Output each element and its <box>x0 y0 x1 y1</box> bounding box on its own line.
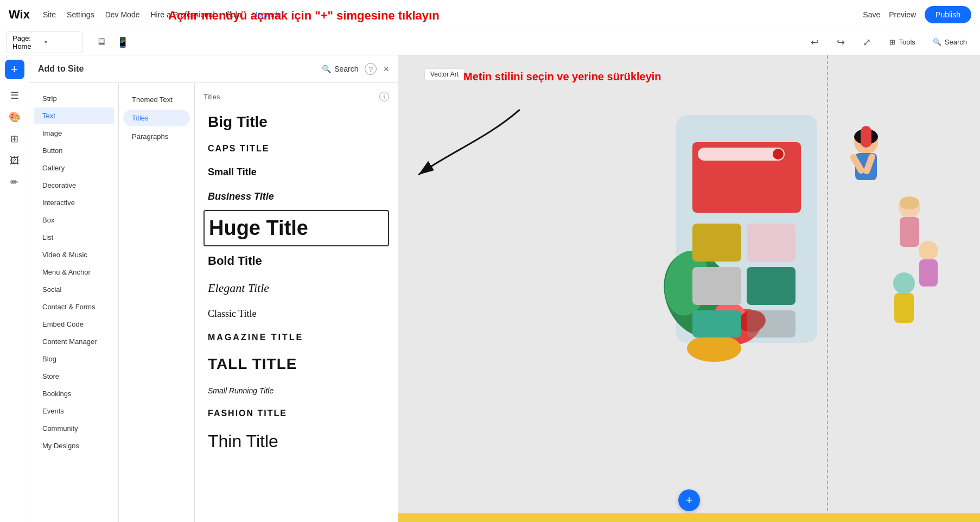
sub-nav-themed[interactable]: Themed Text <box>123 91 190 108</box>
tools-label: Tools <box>899 38 915 46</box>
tall-title-item[interactable]: TALL TITLE <box>203 350 389 378</box>
nav-item-blog[interactable]: Blog <box>34 351 114 367</box>
big-title-item[interactable]: Big Title <box>203 108 389 136</box>
add-panel-actions: 🔍 Search ? × <box>322 63 389 75</box>
nav-item-interactive[interactable]: Interactive <box>34 194 114 211</box>
svg-rect-12 <box>747 224 796 262</box>
sidebar-draw-icon[interactable]: ✏ <box>5 173 24 192</box>
nav-upgrade[interactable]: Upgrade <box>252 8 282 21</box>
nav-item-contact[interactable]: Contact & Forms <box>34 298 114 315</box>
tools-button[interactable]: ⊞ Tools <box>883 35 921 49</box>
nav-item-list[interactable]: List <box>34 229 114 246</box>
svg-rect-14 <box>747 267 796 305</box>
small-title-text: Small Title <box>208 167 257 177</box>
huge-title-item[interactable]: Huge Title <box>203 210 389 246</box>
business-title-item[interactable]: Business Title <box>203 186 389 208</box>
undo-icon: ↩ <box>811 36 819 48</box>
sidebar-apps-icon[interactable]: ⊞ <box>5 129 24 149</box>
svg-point-27 <box>919 241 938 260</box>
nav-item-text[interactable]: Text <box>34 107 114 124</box>
sub-nav-paragraphs[interactable]: Paragraphs <box>123 128 190 145</box>
redo-icon: ↪ <box>837 36 845 48</box>
canvas-illustration <box>633 99 947 397</box>
thin-title-item[interactable]: Thin Title <box>203 426 389 457</box>
pages-icon: ☰ <box>10 90 19 101</box>
nav-item-bookings[interactable]: Bookings <box>34 385 114 402</box>
sidebar-media-icon[interactable]: 🖼 <box>5 151 24 170</box>
tools-icon: ⊞ <box>889 38 895 46</box>
media-icon: 🖼 <box>10 155 20 167</box>
panel-close-button[interactable]: × <box>383 63 389 75</box>
canvas-plus-button[interactable]: + <box>678 489 700 511</box>
sub-nav-titles[interactable]: Titles <box>123 110 190 126</box>
svg-point-7 <box>687 335 741 362</box>
sidebar-theme-icon[interactable]: 🎨 <box>5 107 24 127</box>
save-button[interactable]: Save <box>863 10 880 19</box>
panel-body: Strip Text Image Button Gallery Decorati… <box>29 83 398 522</box>
desktop-view-button[interactable]: 🖥 <box>91 33 111 52</box>
nav-item-decorative[interactable]: Decorative <box>34 177 114 194</box>
magazine-title-item[interactable]: MAGAZINE TITLE <box>203 327 389 348</box>
preview-button[interactable]: Preview <box>889 10 916 19</box>
nav-item-store[interactable]: Store <box>34 368 114 385</box>
sub-nav: Themed Text Titles Paragraphs <box>119 83 195 522</box>
info-button[interactable]: i <box>379 92 389 101</box>
small-title-item[interactable]: Small Title <box>203 161 389 183</box>
svg-rect-11 <box>692 224 741 262</box>
nav-item-embed[interactable]: Embed Code <box>34 316 114 333</box>
panel-help-button[interactable]: ? <box>365 63 377 75</box>
nav-item-menu[interactable]: Menu & Anchor <box>34 264 114 281</box>
classic-title-text: Classic Title <box>208 308 257 319</box>
svg-point-25 <box>893 272 915 294</box>
panel-search-button[interactable]: 🔍 Search <box>322 65 358 73</box>
chevron-down-icon: ▾ <box>44 39 77 45</box>
zoom-button[interactable]: ⤢ <box>857 33 876 52</box>
nav-item-content[interactable]: Content Manager <box>34 333 114 350</box>
nav-item-video[interactable]: Video & Music <box>34 246 114 263</box>
draw-icon: ✏ <box>10 176 18 188</box>
nav-item-image[interactable]: Image <box>34 125 114 142</box>
search-toolbar-button[interactable]: 🔍 Search <box>926 35 973 49</box>
add-button[interactable]: + <box>5 60 24 79</box>
nav-item-my-designs[interactable]: My Designs <box>34 437 114 454</box>
nav-item-button[interactable]: Button <box>34 142 114 159</box>
redo-button[interactable]: ↪ <box>831 33 850 52</box>
publish-button[interactable]: Publish <box>925 6 971 23</box>
zoom-icon: ⤢ <box>863 36 871 48</box>
nav-item-events[interactable]: Events <box>34 403 114 419</box>
nav-site[interactable]: Site <box>43 8 56 21</box>
svg-rect-16 <box>747 310 796 338</box>
nav-hire[interactable]: Hire a Professional <box>150 8 214 21</box>
svg-rect-26 <box>894 293 914 323</box>
nav-item-strip[interactable]: Strip <box>34 90 114 107</box>
page-selector[interactable]: Page: Home ▾ <box>7 31 82 53</box>
classic-title-item[interactable]: Classic Title <box>203 303 389 325</box>
sidebar-pages-icon[interactable]: ☰ <box>5 86 24 105</box>
page-selector-label: Page: Home <box>12 34 44 50</box>
add-panel-title: Add to Site <box>38 64 84 74</box>
nav-item-box[interactable]: Box <box>34 212 114 228</box>
main-content: + ☰ 🎨 ⊞ 🖼 ✏ Add to Site 🔍 Search ? <box>0 55 980 522</box>
search-label: Search <box>945 38 967 46</box>
icon-sidebar: + ☰ 🎨 ⊞ 🖼 ✏ <box>0 55 29 522</box>
svg-point-24 <box>900 196 919 209</box>
elegant-title-item[interactable]: Elegant Title <box>203 276 389 301</box>
svg-rect-23 <box>900 217 919 247</box>
nav-settings[interactable]: Settings <box>67 8 94 21</box>
svg-rect-28 <box>919 259 938 287</box>
content-col: Titles i Big Title CAPS TITLE Small Titl… <box>195 83 398 522</box>
mobile-view-button[interactable]: 📱 <box>113 33 132 52</box>
nav-help[interactable]: Help <box>226 8 241 21</box>
elegant-title-text: Elegant Title <box>208 281 269 295</box>
undo-button[interactable]: ↩ <box>805 33 824 52</box>
nav-item-gallery[interactable]: Gallery <box>34 160 114 176</box>
big-title-text: Big Title <box>208 113 268 130</box>
nav-item-community[interactable]: Community <box>34 420 114 437</box>
caps-title-item[interactable]: CAPS TITLE <box>203 138 389 159</box>
svg-rect-13 <box>692 267 741 305</box>
bold-title-item[interactable]: Bold Title <box>203 249 389 273</box>
small-running-item[interactable]: Small Running Title <box>203 380 389 401</box>
nav-dev-mode[interactable]: Dev Mode <box>105 8 140 21</box>
fashion-title-item[interactable]: FASHION TITLE <box>203 403 389 424</box>
nav-item-social[interactable]: Social <box>34 281 114 298</box>
